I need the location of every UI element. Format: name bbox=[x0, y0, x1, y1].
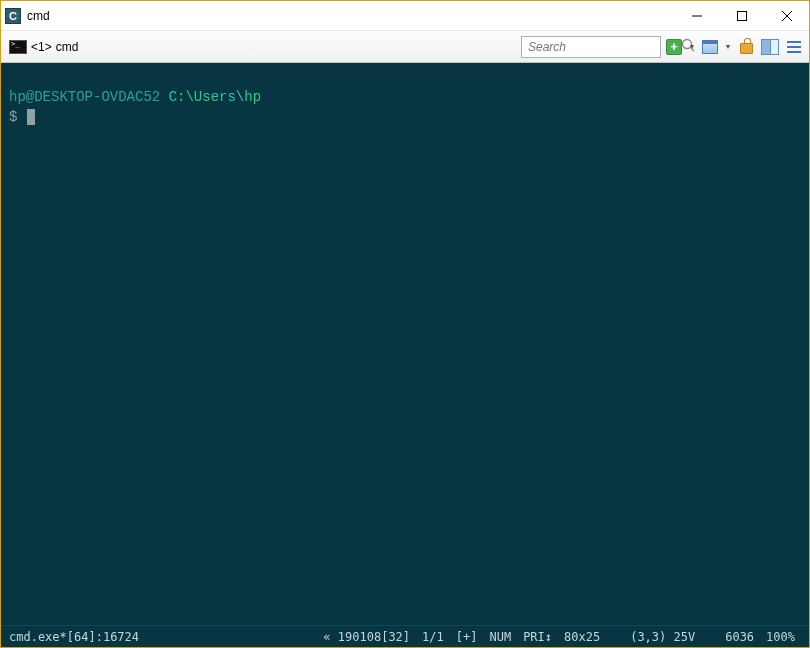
status-pri[interactable]: PRI↕ bbox=[517, 630, 558, 644]
prompt-symbol: $ bbox=[9, 109, 17, 125]
tab-index: <1> bbox=[31, 40, 52, 54]
prompt-path: C:\Users\hp bbox=[169, 89, 261, 105]
status-pages[interactable]: 1/1 bbox=[416, 630, 450, 644]
prompt-user-host: hp@DESKTOP-OVDAC52 bbox=[9, 89, 160, 105]
tab-cmd[interactable]: <1> cmd bbox=[5, 38, 86, 56]
window-icon bbox=[702, 40, 718, 54]
lock-icon bbox=[740, 43, 753, 54]
new-console-button[interactable]: + bbox=[663, 36, 685, 58]
window-title: cmd bbox=[27, 9, 50, 23]
window-options-button[interactable] bbox=[699, 36, 721, 58]
status-bar: cmd.exe*[64]:16724 « 190108[32] 1/1 [+] … bbox=[1, 625, 809, 647]
status-zoom[interactable]: 100% bbox=[760, 630, 801, 644]
status-num[interactable]: NUM bbox=[483, 630, 517, 644]
window-controls bbox=[674, 1, 809, 30]
menu-button[interactable] bbox=[783, 36, 805, 58]
split-icon bbox=[761, 39, 779, 55]
status-process[interactable]: cmd.exe*[64]:16724 bbox=[9, 630, 139, 644]
search-input[interactable] bbox=[526, 39, 681, 55]
status-cursor[interactable]: (3,3) 25V bbox=[606, 630, 701, 644]
tab-label: cmd bbox=[56, 40, 79, 54]
search-box[interactable] bbox=[521, 36, 661, 58]
cursor bbox=[27, 109, 35, 125]
maximize-icon bbox=[737, 11, 747, 21]
maximize-button[interactable] bbox=[719, 1, 764, 30]
terminal-pane[interactable]: hp@DESKTOP-OVDAC52 C:\Users\hp $ bbox=[1, 63, 809, 625]
status-insert[interactable]: [+] bbox=[450, 630, 484, 644]
split-button[interactable] bbox=[759, 36, 781, 58]
status-build[interactable]: « 190108[32] bbox=[317, 630, 416, 644]
terminal-icon bbox=[9, 40, 27, 54]
close-button[interactable] bbox=[764, 1, 809, 30]
status-pid[interactable]: 6036 bbox=[701, 630, 760, 644]
lock-button[interactable] bbox=[735, 36, 757, 58]
window-titlebar: C cmd bbox=[1, 1, 809, 31]
minimize-icon bbox=[692, 11, 702, 21]
window-options-dropdown[interactable]: ▼ bbox=[723, 36, 733, 58]
toolbar: <1> cmd + ▼ ▼ bbox=[1, 31, 809, 63]
close-icon bbox=[782, 11, 792, 21]
svg-rect-1 bbox=[737, 11, 746, 20]
plus-icon: + bbox=[666, 39, 682, 55]
status-size[interactable]: 80x25 bbox=[558, 630, 606, 644]
new-console-dropdown[interactable]: ▼ bbox=[687, 36, 697, 58]
menu-icon bbox=[787, 41, 801, 53]
app-icon: C bbox=[5, 8, 21, 24]
minimize-button[interactable] bbox=[674, 1, 719, 30]
